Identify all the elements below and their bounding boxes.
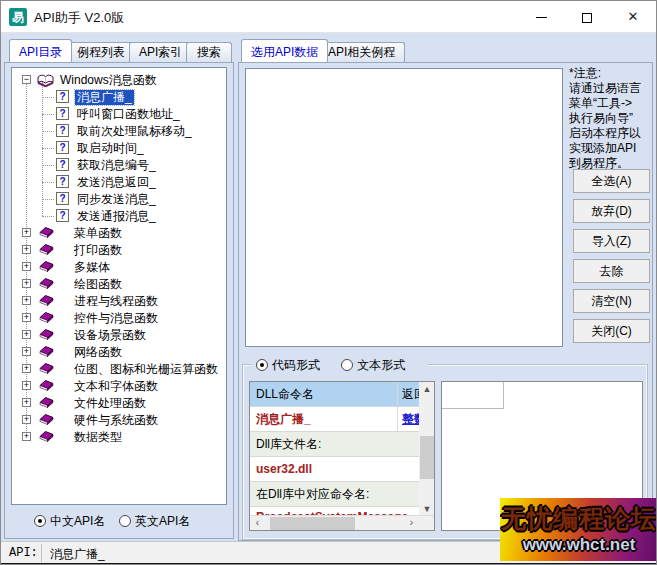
notice-line: 实现添加API [569,141,653,156]
tab-selected-api-data[interactable]: 选用API数据 [241,39,328,62]
tree-item-function[interactable]: ? 同步发送消息_ [12,191,226,208]
book-icon [38,276,55,290]
tree-branch[interactable]: + 菜单函数 [12,225,226,242]
return-type-value[interactable]: 整数 [397,407,419,432]
form-radio-group: 代码形式 文本形式 [251,357,428,374]
close-button[interactable]: ✕ [610,1,656,33]
tab-api-catalog[interactable]: API目录 [9,39,72,62]
book-icon [38,242,55,256]
tab-example-list[interactable]: 例程列表 [67,42,135,62]
tree-item-label: 取前次处理鼠标移动_ [75,124,194,139]
scrollbar-thumb[interactable] [420,436,434,479]
expand-icon[interactable]: + [22,296,31,305]
dll-file-label: Dll库文件名: [250,432,419,457]
table-row-dll-label: Dll库文件名: [250,432,419,457]
expand-icon[interactable]: + [22,330,31,339]
api-detail-table[interactable]: DLL命令名 返回 消息广播_ 整数 Dll库文件名: user32.dll 在 [249,381,435,531]
radio-english-api-name[interactable]: 英文API名 [119,513,190,530]
api-name-radio-group: 中文API名 英文API名 [1,513,231,529]
tree-branch[interactable]: + 多媒体 [12,259,226,276]
expand-icon[interactable]: + [22,347,31,356]
tree-branch[interactable]: + 文件处理函数 [12,395,226,412]
radio-chinese-api-name[interactable]: 中文API名 [34,513,105,530]
expand-icon[interactable]: + [22,313,31,322]
radio-code-form[interactable]: 代码形式 [256,358,341,372]
expand-icon[interactable]: + [22,279,31,288]
table-vertical-scrollbar[interactable]: ▲ ▼ [419,382,435,517]
tree-branch[interactable]: + 打印函数 [12,242,226,259]
book-icon [38,361,55,375]
tree-branch[interactable]: + 文本和字体函数 [12,378,226,395]
tree-item-function[interactable]: ? 发送消息返回_ [12,174,226,191]
expand-icon[interactable]: + [22,432,31,441]
help-icon: ? [56,209,69,222]
import-button[interactable]: 导入(Z) [573,229,650,253]
tree-branch[interactable]: + 位图、图标和光栅运算函数 [12,361,226,378]
remove-button[interactable]: 去除 [573,259,650,283]
tree-branch-label: 控件与消息函数 [72,311,160,326]
tree-branch[interactable]: + 进程与线程函数 [12,293,226,310]
tree-item-function[interactable]: ? 消息广播_ [12,89,226,106]
table-header-row: DLL命令名 返回 [250,382,419,407]
scroll-up-icon[interactable]: ▲ [419,382,435,397]
select-all-button[interactable]: 全选(A) [573,169,650,193]
clear-button[interactable]: 清空(N) [573,289,650,313]
tree-branch[interactable]: + 设备场景函数 [12,327,226,344]
help-icon: ? [56,192,69,205]
scroll-right-icon[interactable]: › [404,516,419,531]
scroll-left-icon[interactable]: ‹ [250,516,265,531]
minimize-button[interactable] [518,1,564,33]
tree-item-label: 发送通报消息_ [75,209,158,224]
radio-icon [119,515,131,527]
tree-root-windows-message[interactable]: − Windows消息函数 [12,72,226,89]
expand-icon[interactable]: + [22,364,31,373]
tree-item-function[interactable]: ? 获取消息编号_ [12,157,226,174]
tree-branch[interactable]: + 绘图函数 [12,276,226,293]
tree-branch-label: 网络函数 [72,345,124,360]
book-icon [38,412,55,426]
command-name-value: 消息广播_ [250,407,397,432]
discard-button[interactable]: 放弃(D) [573,199,650,223]
tree-item-function[interactable]: ? 取前次处理鼠标移动_ [12,123,226,140]
expand-icon[interactable]: + [22,245,31,254]
tree-branch[interactable]: + 硬件与系统函数 [12,412,226,429]
close-app-button[interactable]: 关闭(C) [573,319,650,343]
expand-icon[interactable]: + [22,262,31,271]
expand-icon[interactable]: + [22,398,31,407]
notice-line: *注意: [569,66,653,81]
radio-text-form[interactable]: 文本形式 [341,358,423,372]
tree-root-label: Windows消息函数 [58,73,159,88]
tree-branch[interactable]: + 数据类型 [12,429,226,446]
tree-item-function[interactable]: ? 呼叫窗口函数地址_ [12,106,226,123]
status-label: API: [9,546,38,560]
expand-icon[interactable]: + [22,228,31,237]
book-icon [38,225,55,239]
table-horizontal-scrollbar[interactable]: ‹ › [250,515,435,530]
radio-label: 代码形式 [272,358,320,372]
tree-item-function[interactable]: ? 取启动时间_ [12,140,226,157]
tree-branch[interactable]: + 网络函数 [12,344,226,361]
tree-branch-label: 绘图函数 [72,277,124,292]
collapse-icon[interactable]: − [22,75,31,84]
close-icon: ✕ [628,9,639,24]
table-row-command[interactable]: 消息广播_ 整数 [250,407,419,432]
tree-branch[interactable]: + 控件与消息函数 [12,310,226,327]
radio-icon [34,515,46,527]
tree-item-function[interactable]: ? 发送通报消息_ [12,208,226,225]
scrollbar-thumb[interactable] [270,517,355,530]
tab-search[interactable]: 搜索 [186,42,232,62]
tab-api-index[interactable]: API索引 [129,42,192,62]
expand-icon[interactable]: + [22,381,31,390]
tree-item-label: 取启动时间_ [75,141,146,156]
maximize-button[interactable] [564,1,610,33]
selected-api-list[interactable] [245,68,563,347]
minimize-icon [536,17,547,18]
dll-command-label: 在Dll库中对应命令名: [250,482,419,507]
table-row-dll-value[interactable]: user32.dll [250,457,419,482]
tree-branch-label: 硬件与系统函数 [72,413,160,428]
book-icon [38,344,55,358]
tree-item-label-selected: 消息广播_ [75,90,134,105]
expand-icon[interactable]: + [22,415,31,424]
tab-api-examples[interactable]: API相关例程 [318,42,405,62]
radio-label: 英文API名 [135,514,190,528]
